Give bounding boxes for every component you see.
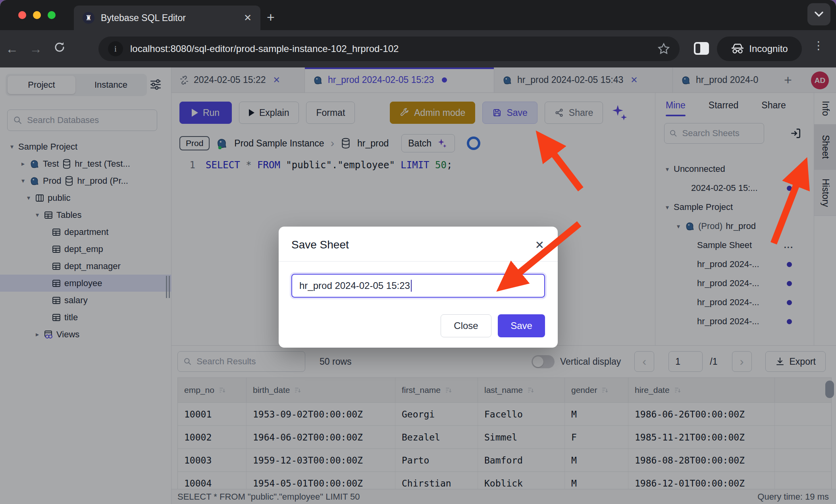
incognito-badge: Incognito [717,37,802,61]
browser-toolbar: ← → i localhost:8080/sql-editor/prod-sam… [0,30,836,67]
tab-search-chevron-button[interactable] [807,3,830,25]
browser-window: ♜ Bytebase SQL Editor ✕ + ← → i localhos… [0,0,836,504]
close-tab-icon[interactable]: ✕ [244,12,252,23]
browser-tab-title: Bytebase SQL Editor [101,13,237,23]
maximize-window-button[interactable] [48,11,56,19]
chevron-down-icon [815,12,823,17]
incognito-label: Incognito [749,43,788,54]
dialog-save-button[interactable]: Save [498,314,545,337]
browser-chrome: ♜ Bytebase SQL Editor ✕ + ← → i localhos… [0,0,836,67]
dialog-close-button[interactable]: Close [441,314,491,337]
forward-icon[interactable]: → [24,42,48,56]
incognito-icon [731,44,744,54]
site-info-icon[interactable]: i [108,41,123,56]
bookmark-star-icon[interactable] [657,42,670,55]
dialog-close-icon[interactable]: ✕ [535,239,544,252]
close-window-button[interactable] [18,11,26,19]
bytebase-app: Project Instance ▾ Sample Project ▸ Test [0,67,836,504]
new-tab-button[interactable]: + [267,10,275,25]
minimize-window-button[interactable] [33,11,41,19]
dialog-title: Save Sheet [291,239,349,251]
reload-icon[interactable] [48,41,71,56]
back-icon[interactable]: ← [0,42,24,56]
browser-tab[interactable]: ♜ Bytebase SQL Editor ✕ [74,6,260,30]
bytebase-favicon-icon: ♜ [83,12,94,24]
sheet-name-input[interactable]: hr_prod 2024-02-05 15:23 [291,274,545,298]
side-panel-icon[interactable] [694,42,709,55]
save-sheet-dialog: Save Sheet ✕ hr_prod 2024-02-05 15:23 Cl… [279,227,558,348]
text-caret [411,280,412,292]
browser-menu-icon[interactable]: ⋮ [813,39,824,52]
url-bar[interactable]: i localhost:8080/sql-editor/prod-sample-… [98,37,680,61]
dialog-footer: Close Save [441,314,545,337]
url-text[interactable]: localhost:8080/sql-editor/prod-sample-in… [130,43,650,54]
dialog-divider [279,261,558,262]
traffic-lights [18,11,56,19]
